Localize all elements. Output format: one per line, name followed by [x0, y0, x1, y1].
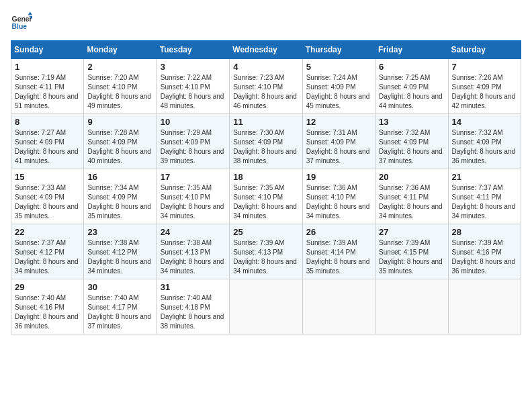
- day-info: Sunrise: 7:38 AMSunset: 4:12 PMDaylight:…: [87, 238, 152, 276]
- calendar-cell: 8 Sunrise: 7:27 AMSunset: 4:09 PMDayligh…: [11, 114, 84, 169]
- calendar-week-3: 15 Sunrise: 7:33 AMSunset: 4:09 PMDaylig…: [11, 169, 521, 224]
- logo-icon: General Blue: [11, 11, 32, 32]
- calendar-cell: [230, 279, 302, 334]
- calendar-cell: 24 Sunrise: 7:38 AMSunset: 4:13 PMDaylig…: [157, 224, 229, 279]
- day-number: 30: [87, 282, 152, 292]
- calendar-cell: 9 Sunrise: 7:28 AMSunset: 4:09 PMDayligh…: [84, 114, 157, 169]
- day-info: Sunrise: 7:39 AMSunset: 4:15 PMDaylight:…: [379, 238, 444, 276]
- day-info: Sunrise: 7:40 AMSunset: 4:18 PMDaylight:…: [161, 293, 226, 331]
- day-info: Sunrise: 7:34 AMSunset: 4:09 PMDaylight:…: [87, 183, 152, 221]
- day-info: Sunrise: 7:32 AMSunset: 4:09 PMDaylight:…: [452, 128, 517, 166]
- day-number: 1: [15, 62, 80, 72]
- day-info: Sunrise: 7:25 AMSunset: 4:09 PMDaylight:…: [379, 73, 444, 111]
- calendar-cell: 27 Sunrise: 7:39 AMSunset: 4:15 PMDaylig…: [375, 224, 448, 279]
- calendar-cell: [448, 279, 521, 334]
- day-info: Sunrise: 7:35 AMSunset: 4:10 PMDaylight:…: [161, 183, 226, 221]
- day-number: 21: [452, 172, 517, 182]
- calendar-cell: 1 Sunrise: 7:19 AMSunset: 4:11 PMDayligh…: [11, 59, 84, 114]
- day-number: 12: [306, 117, 371, 127]
- day-info: Sunrise: 7:22 AMSunset: 4:10 PMDaylight:…: [161, 73, 226, 111]
- calendar-week-2: 8 Sunrise: 7:27 AMSunset: 4:09 PMDayligh…: [11, 114, 521, 169]
- calendar-cell: 21 Sunrise: 7:37 AMSunset: 4:11 PMDaylig…: [448, 169, 521, 224]
- day-number: 14: [452, 117, 517, 127]
- day-number: 17: [161, 172, 226, 182]
- day-info: Sunrise: 7:36 AMSunset: 4:10 PMDaylight:…: [306, 183, 371, 221]
- calendar-cell: 26 Sunrise: 7:39 AMSunset: 4:14 PMDaylig…: [302, 224, 375, 279]
- day-info: Sunrise: 7:40 AMSunset: 4:17 PMDaylight:…: [87, 293, 152, 331]
- calendar-cell: [375, 279, 448, 334]
- calendar-cell: 30 Sunrise: 7:40 AMSunset: 4:17 PMDaylig…: [84, 279, 157, 334]
- day-info: Sunrise: 7:37 AMSunset: 4:12 PMDaylight:…: [15, 238, 80, 276]
- day-number: 9: [87, 117, 152, 127]
- day-number: 18: [233, 172, 298, 182]
- day-info: Sunrise: 7:19 AMSunset: 4:11 PMDaylight:…: [15, 73, 80, 111]
- calendar-cell: 15 Sunrise: 7:33 AMSunset: 4:09 PMDaylig…: [11, 169, 84, 224]
- weekday-header-row: SundayMondayTuesdayWednesdayThursdayFrid…: [11, 41, 521, 59]
- calendar-cell: 19 Sunrise: 7:36 AMSunset: 4:10 PMDaylig…: [302, 169, 375, 224]
- calendar-cell: 13 Sunrise: 7:32 AMSunset: 4:09 PMDaylig…: [375, 114, 448, 169]
- day-number: 6: [379, 62, 444, 72]
- day-number: 22: [15, 227, 80, 237]
- logo: General Blue: [11, 11, 35, 32]
- day-number: 23: [87, 227, 152, 237]
- day-info: Sunrise: 7:38 AMSunset: 4:13 PMDaylight:…: [161, 238, 226, 276]
- day-number: 10: [161, 117, 226, 127]
- day-number: 20: [379, 172, 444, 182]
- calendar-cell: 18 Sunrise: 7:35 AMSunset: 4:10 PMDaylig…: [230, 169, 302, 224]
- day-number: 27: [379, 227, 444, 237]
- day-number: 3: [161, 62, 226, 72]
- weekday-header-sunday: Sunday: [11, 41, 84, 59]
- weekday-header-friday: Friday: [375, 41, 448, 59]
- calendar-cell: 23 Sunrise: 7:38 AMSunset: 4:12 PMDaylig…: [84, 224, 157, 279]
- calendar-cell: 6 Sunrise: 7:25 AMSunset: 4:09 PMDayligh…: [375, 59, 448, 114]
- day-info: Sunrise: 7:24 AMSunset: 4:09 PMDaylight:…: [306, 73, 371, 111]
- day-info: Sunrise: 7:31 AMSunset: 4:09 PMDaylight:…: [306, 128, 371, 166]
- day-number: 31: [161, 282, 226, 292]
- calendar-cell: 17 Sunrise: 7:35 AMSunset: 4:10 PMDaylig…: [157, 169, 229, 224]
- day-number: 2: [87, 62, 152, 72]
- weekday-header-thursday: Thursday: [302, 41, 375, 59]
- day-number: 16: [87, 172, 152, 182]
- calendar-week-1: 1 Sunrise: 7:19 AMSunset: 4:11 PMDayligh…: [11, 59, 521, 114]
- page-header: General Blue: [11, 11, 521, 32]
- day-info: Sunrise: 7:30 AMSunset: 4:09 PMDaylight:…: [233, 128, 298, 166]
- calendar-cell: 4 Sunrise: 7:23 AMSunset: 4:10 PMDayligh…: [230, 59, 302, 114]
- day-number: 25: [233, 227, 298, 237]
- calendar-cell: [302, 279, 375, 334]
- day-number: 11: [233, 117, 298, 127]
- day-info: Sunrise: 7:26 AMSunset: 4:09 PMDaylight:…: [452, 73, 517, 111]
- day-number: 19: [306, 172, 371, 182]
- weekday-header-tuesday: Tuesday: [157, 41, 229, 59]
- day-info: Sunrise: 7:37 AMSunset: 4:11 PMDaylight:…: [452, 183, 517, 221]
- day-info: Sunrise: 7:28 AMSunset: 4:09 PMDaylight:…: [87, 128, 152, 166]
- calendar-cell: 31 Sunrise: 7:40 AMSunset: 4:18 PMDaylig…: [157, 279, 229, 334]
- day-number: 28: [452, 227, 517, 237]
- svg-marker-2: [28, 12, 32, 15]
- day-number: 26: [306, 227, 371, 237]
- calendar-cell: 10 Sunrise: 7:29 AMSunset: 4:09 PMDaylig…: [157, 114, 229, 169]
- day-info: Sunrise: 7:36 AMSunset: 4:11 PMDaylight:…: [379, 183, 444, 221]
- calendar-cell: 7 Sunrise: 7:26 AMSunset: 4:09 PMDayligh…: [448, 59, 521, 114]
- calendar-cell: 11 Sunrise: 7:30 AMSunset: 4:09 PMDaylig…: [230, 114, 302, 169]
- calendar-cell: 3 Sunrise: 7:22 AMSunset: 4:10 PMDayligh…: [157, 59, 229, 114]
- calendar-cell: 2 Sunrise: 7:20 AMSunset: 4:10 PMDayligh…: [84, 59, 157, 114]
- day-info: Sunrise: 7:40 AMSunset: 4:16 PMDaylight:…: [15, 293, 80, 331]
- weekday-header-wednesday: Wednesday: [230, 41, 302, 59]
- calendar-week-4: 22 Sunrise: 7:37 AMSunset: 4:12 PMDaylig…: [11, 224, 521, 279]
- weekday-header-monday: Monday: [84, 41, 157, 59]
- day-info: Sunrise: 7:27 AMSunset: 4:09 PMDaylight:…: [15, 128, 80, 166]
- day-number: 8: [15, 117, 80, 127]
- day-info: Sunrise: 7:39 AMSunset: 4:16 PMDaylight:…: [452, 238, 517, 276]
- day-number: 29: [15, 282, 80, 292]
- day-number: 15: [15, 172, 80, 182]
- calendar-cell: 12 Sunrise: 7:31 AMSunset: 4:09 PMDaylig…: [302, 114, 375, 169]
- calendar-cell: 29 Sunrise: 7:40 AMSunset: 4:16 PMDaylig…: [11, 279, 84, 334]
- calendar-week-5: 29 Sunrise: 7:40 AMSunset: 4:16 PMDaylig…: [11, 279, 521, 334]
- day-info: Sunrise: 7:39 AMSunset: 4:13 PMDaylight:…: [233, 238, 298, 276]
- weekday-header-saturday: Saturday: [448, 41, 521, 59]
- day-number: 13: [379, 117, 444, 127]
- day-info: Sunrise: 7:29 AMSunset: 4:09 PMDaylight:…: [161, 128, 226, 166]
- calendar-table: SundayMondayTuesdayWednesdayThursdayFrid…: [11, 40, 521, 334]
- calendar-cell: 28 Sunrise: 7:39 AMSunset: 4:16 PMDaylig…: [448, 224, 521, 279]
- calendar-cell: 25 Sunrise: 7:39 AMSunset: 4:13 PMDaylig…: [230, 224, 302, 279]
